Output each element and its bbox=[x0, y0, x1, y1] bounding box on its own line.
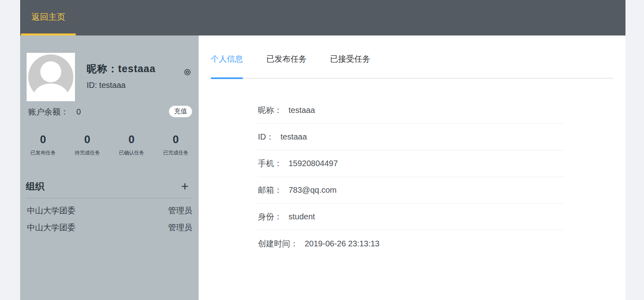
detail-label: 手机： bbox=[258, 158, 282, 169]
nickname-text: 昵称：testaaa bbox=[87, 62, 156, 75]
organization-divider bbox=[26, 198, 193, 198]
stat-label: 待完成任务 bbox=[65, 150, 110, 156]
detail-value: 783@qq.com bbox=[289, 185, 337, 195]
detail-row-nickname: 昵称： testaaa bbox=[258, 97, 565, 124]
tab-personal-info[interactable]: 个人信息 bbox=[211, 54, 243, 78]
tab-accepted-tasks[interactable]: 已接受任务 bbox=[330, 54, 370, 78]
stat-label: 已确认任务 bbox=[110, 150, 154, 156]
detail-row-phone: 手机： 15920804497 bbox=[258, 150, 565, 177]
stat-completed-tasks: 0 已完成任务 bbox=[154, 132, 198, 156]
detail-value: 15920804497 bbox=[289, 159, 338, 168]
stat-label: 已发布任务 bbox=[21, 150, 65, 156]
user-id-text: ID: testaaa bbox=[87, 81, 126, 90]
stat-value: 0 bbox=[65, 132, 110, 147]
user-sidebar: 昵称：testaaa ID: testaaa 账户余额： 0 充值 0 已发布任… bbox=[20, 35, 199, 300]
organization-section: 组织 + 中山大学团委 管理员 中山大学团委 管理员 bbox=[26, 179, 193, 239]
stat-label: 已完成任务 bbox=[154, 150, 198, 156]
settings-gear-icon[interactable] bbox=[183, 68, 192, 77]
stat-published-tasks: 0 已发布任务 bbox=[21, 132, 65, 156]
profile-tabs: 个人信息 已发布任务 已接受任务 bbox=[211, 35, 613, 79]
personal-info-list: 昵称： testaaa ID： testaaa 手机： 15920804497 … bbox=[258, 97, 565, 257]
organization-name: 中山大学团委 bbox=[26, 222, 75, 239]
back-home-menu-item[interactable]: 返回主页 bbox=[21, 0, 76, 35]
organization-row[interactable]: 中山大学团委 管理员 bbox=[26, 222, 193, 239]
stat-confirmed-tasks: 0 已确认任务 bbox=[110, 132, 154, 156]
organization-role-badge: 管理员 bbox=[168, 205, 193, 222]
organization-row[interactable]: 中山大学团委 管理员 bbox=[26, 205, 193, 222]
recharge-button[interactable]: 充值 bbox=[169, 106, 192, 117]
avatar-placeholder-icon bbox=[27, 53, 75, 101]
detail-value: testaaa bbox=[280, 132, 307, 142]
detail-label: 邮箱： bbox=[258, 185, 282, 196]
balance-value: 0 bbox=[77, 107, 81, 117]
add-organization-button[interactable]: + bbox=[181, 180, 193, 192]
balance-label: 账户余额： bbox=[28, 106, 69, 117]
detail-label: 身份： bbox=[258, 211, 282, 222]
task-stats: 0 已发布任务 0 待完成任务 0 已确认任务 0 已完成任务 bbox=[21, 132, 198, 156]
detail-row-identity: 身份： student bbox=[258, 204, 565, 230]
detail-row-id: ID： testaaa bbox=[258, 124, 565, 150]
balance-row: 账户余额： 0 充值 bbox=[28, 106, 192, 119]
detail-value: student bbox=[289, 212, 315, 221]
stat-value: 0 bbox=[21, 132, 65, 147]
detail-row-email: 邮箱： 783@qq.com bbox=[258, 177, 565, 204]
detail-label: 创建时间： bbox=[258, 238, 298, 249]
nickname-label: 昵称： bbox=[87, 63, 118, 74]
detail-label: ID： bbox=[258, 131, 274, 142]
app-container: 返回主页 昵称：testaaa ID: testaaa bbox=[20, 0, 625, 300]
top-nav: 返回主页 bbox=[20, 0, 625, 35]
organization-title: 组织 bbox=[26, 180, 44, 193]
user-avatar bbox=[27, 53, 75, 101]
nickname-value: testaaa bbox=[118, 63, 156, 74]
detail-label: 昵称： bbox=[258, 105, 282, 116]
tab-published-tasks[interactable]: 已发布任务 bbox=[266, 54, 307, 78]
stat-value: 0 bbox=[110, 132, 154, 147]
organization-name: 中山大学团委 bbox=[26, 205, 75, 222]
main-panel: 个人信息 已发布任务 已接受任务 昵称： testaaa ID： testaaa… bbox=[199, 35, 625, 300]
stat-pending-tasks: 0 待完成任务 bbox=[65, 132, 110, 156]
detail-value: 2019-06-26 23:13:13 bbox=[305, 239, 380, 248]
stat-value: 0 bbox=[154, 132, 198, 147]
detail-value: testaaa bbox=[289, 106, 315, 115]
organization-role-badge: 管理员 bbox=[168, 222, 193, 239]
detail-row-created-time: 创建时间： 2019-06-26 23:13:13 bbox=[258, 230, 565, 257]
